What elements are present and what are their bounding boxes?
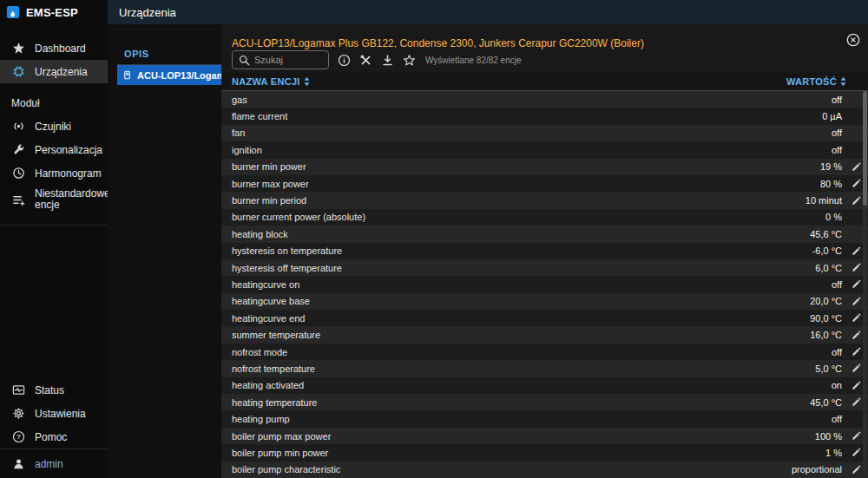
sidebar-item-ustawienia[interactable]: Ustawienia bbox=[0, 402, 108, 425]
tools-icon[interactable] bbox=[358, 53, 372, 67]
search-icon bbox=[239, 55, 250, 66]
sidebar-item-label: Dashboard bbox=[35, 43, 86, 55]
table-row[interactable]: boiler pump min power1 % bbox=[221, 444, 868, 461]
entity-toolbar: Wyświetlane 82/82 encje bbox=[221, 47, 868, 73]
pencil-edit-icon[interactable] bbox=[844, 262, 861, 274]
sidebar-item-personalizacja[interactable]: Personalizacja bbox=[0, 138, 108, 161]
entity-value: off bbox=[832, 279, 842, 290]
close-circle-icon[interactable] bbox=[846, 33, 860, 47]
table-row[interactable]: nofrost temperature5,0 °C bbox=[221, 360, 868, 377]
entity-value-group: off bbox=[832, 94, 861, 106]
entity-value-group: 45,0 °C bbox=[810, 396, 861, 409]
pencil-edit-icon[interactable] bbox=[844, 160, 861, 173]
column-header-value[interactable]: WARTOŚĆ bbox=[786, 76, 847, 87]
table-row[interactable]: burner min power19 % bbox=[221, 159, 868, 175]
pencil-edit-icon[interactable] bbox=[844, 312, 861, 324]
entity-value-group: off bbox=[832, 144, 861, 156]
info-icon[interactable] bbox=[337, 53, 351, 67]
dashboard-star-icon bbox=[11, 42, 25, 56]
entity-value-group: 10 minut bbox=[806, 194, 861, 206]
entity-name: boiler pump characteristic bbox=[232, 464, 340, 475]
pencil-edit-icon[interactable] bbox=[844, 379, 861, 391]
search-box[interactable] bbox=[232, 50, 329, 69]
edit-slot-empty bbox=[844, 413, 861, 425]
device-title-row: ACU-LOP13/Logamax Plus GB122, Condense 2… bbox=[221, 24, 868, 47]
entity-value-group: 0 µA bbox=[822, 110, 861, 122]
entity-value-group: 0 % bbox=[825, 211, 861, 223]
entity-name: heating block bbox=[232, 229, 288, 239]
table-row: flame current0 µA bbox=[221, 108, 868, 124]
entity-value: 20,0 °C bbox=[810, 296, 842, 306]
pencil-edit-icon[interactable] bbox=[844, 178, 861, 190]
sidebar-item-label: Urządzenia bbox=[35, 66, 88, 78]
table-row[interactable]: heating activatedon bbox=[221, 377, 868, 394]
entity-value: 1 % bbox=[825, 448, 842, 458]
table-row[interactable]: burner min period10 minut bbox=[221, 192, 868, 208]
table-row[interactable]: heatingcurve end90,0 °C bbox=[221, 310, 868, 326]
edit-slot-empty bbox=[844, 127, 861, 139]
sidebar-item-urzadzenia[interactable]: Urządzenia bbox=[0, 60, 108, 83]
entity-value: 0 µA bbox=[822, 111, 842, 121]
pencil-edit-icon[interactable] bbox=[844, 396, 861, 409]
sidebar-item-label: Status bbox=[35, 384, 64, 396]
table-row[interactable]: summer temperature16,0 °C bbox=[221, 326, 868, 343]
edit-slot-empty bbox=[844, 228, 861, 240]
entity-value: -6,0 °C bbox=[812, 246, 842, 256]
pencil-edit-icon[interactable] bbox=[844, 245, 861, 257]
table-row[interactable]: heatingcurve onoff bbox=[221, 276, 868, 292]
custom-entities-list-icon bbox=[11, 193, 25, 206]
entity-value-group: 90,0 °C bbox=[810, 312, 861, 324]
search-input[interactable] bbox=[254, 55, 322, 65]
user-icon bbox=[11, 457, 25, 471]
table-row[interactable]: boiler pump max power100 % bbox=[221, 428, 868, 444]
device-list-header: OPIS bbox=[117, 43, 221, 65]
pencil-edit-icon[interactable] bbox=[844, 430, 861, 442]
table-row[interactable]: hysteresis off temperature6,0 °C bbox=[221, 259, 868, 276]
pencil-edit-icon[interactable] bbox=[844, 346, 861, 358]
sidebar-item-harmonogram[interactable]: Harmonogram bbox=[0, 161, 108, 185]
content: OPIS ACU-LOP13/Logamax P ACU-LOP13/Logam… bbox=[108, 24, 868, 478]
help-icon: ? bbox=[11, 430, 25, 444]
sidebar-item-czujniki[interactable]: Czujniki bbox=[0, 115, 108, 138]
sidebar-item-niestandardowe-encje[interactable]: Niestandardowe encje bbox=[0, 185, 108, 214]
entity-name: heating pump bbox=[232, 414, 290, 424]
table-row[interactable]: boiler pump characteristicproportional bbox=[221, 462, 868, 478]
entity-value-group: 20,0 °C bbox=[810, 295, 861, 307]
table-row[interactable]: heating temperature45,0 °C bbox=[221, 394, 868, 410]
entity-value: off bbox=[832, 414, 842, 424]
pencil-edit-icon[interactable] bbox=[844, 463, 861, 475]
sidebar-item-dashboard[interactable]: Dashboard bbox=[0, 36, 108, 60]
entity-name: burner current power (absolute) bbox=[232, 212, 365, 222]
scrollbar-thumb[interactable] bbox=[863, 91, 867, 206]
column-header-name[interactable]: NAZWA ENCJI bbox=[232, 76, 311, 87]
entity-value-group: off bbox=[832, 346, 861, 358]
pencil-edit-icon[interactable] bbox=[844, 329, 861, 341]
wrench-icon bbox=[11, 143, 25, 157]
sidebar-item-pomoc[interactable]: ? Pomoc bbox=[0, 425, 108, 449]
entity-value: 16,0 °C bbox=[810, 330, 842, 340]
entity-value-group: 1 % bbox=[825, 447, 861, 459]
entity-value: proportional bbox=[792, 464, 842, 475]
pencil-edit-icon[interactable] bbox=[844, 278, 861, 291]
entity-value-group: 100 % bbox=[815, 430, 861, 442]
sidebar-item-status[interactable]: Status bbox=[0, 378, 108, 402]
entity-value: 10 minut bbox=[806, 195, 842, 206]
download-icon[interactable] bbox=[380, 53, 394, 67]
entity-value-group: 16,0 °C bbox=[810, 329, 861, 341]
sidebar-user-admin[interactable]: admin bbox=[0, 449, 108, 478]
entity-value: 45,0 °C bbox=[810, 397, 842, 408]
pencil-edit-icon[interactable] bbox=[844, 447, 861, 459]
pencil-edit-icon[interactable] bbox=[844, 194, 861, 206]
sidebar-spacer bbox=[0, 226, 108, 378]
entities-shown-count: Wyświetlane 82/82 encje bbox=[425, 56, 522, 65]
table-row[interactable]: heatingcurve base20,0 °C bbox=[221, 293, 868, 310]
table-row[interactable]: burner max power80 % bbox=[221, 175, 868, 192]
entity-value-group: 19 % bbox=[820, 160, 861, 173]
pencil-edit-icon[interactable] bbox=[844, 363, 861, 375]
table-row[interactable]: hysteresis on temperature-6,0 °C bbox=[221, 243, 868, 259]
star-outline-icon[interactable] bbox=[402, 53, 416, 67]
bottom-nav: Status Ustawienia ? Pomoc bbox=[0, 378, 108, 449]
device-list-item-selected[interactable]: ACU-LOP13/Logamax P bbox=[117, 65, 221, 85]
pencil-edit-icon[interactable] bbox=[844, 295, 861, 307]
table-row[interactable]: nofrost modeoff bbox=[221, 344, 868, 360]
